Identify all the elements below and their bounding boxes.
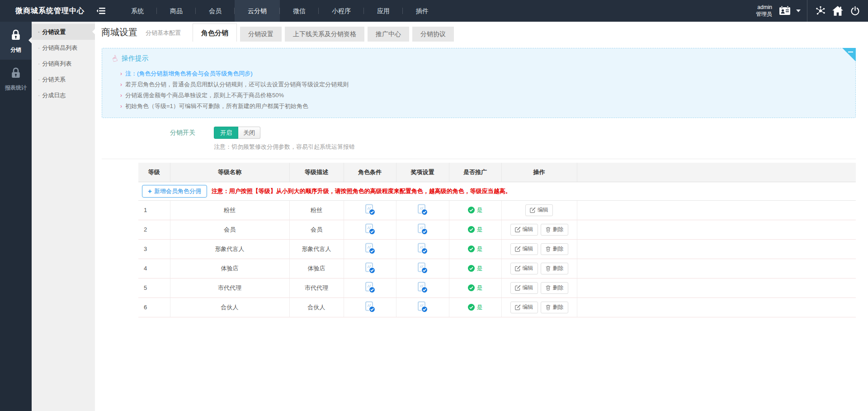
add-member-role-button[interactable]: + 新增会员角色分佣 bbox=[142, 185, 207, 198]
edit-icon bbox=[530, 207, 536, 213]
tab-分销设置[interactable]: 分销设置 bbox=[240, 27, 282, 42]
promote-cell: 是 bbox=[449, 278, 501, 298]
sidebar-item-分销商列表[interactable]: ·分销商列表 bbox=[32, 56, 95, 71]
rail-item-label: 报表统计 bbox=[0, 84, 32, 92]
role-condition-cell bbox=[344, 220, 396, 239]
role-condition-edit-check-icon[interactable] bbox=[364, 223, 376, 235]
delete-button[interactable]: 删除 bbox=[541, 263, 568, 274]
delete-icon bbox=[545, 227, 551, 232]
delete-button[interactable]: 删除 bbox=[541, 224, 568, 236]
promote-status: 是 bbox=[468, 245, 483, 253]
nav-item-小程序[interactable]: 小程序 bbox=[319, 0, 364, 22]
sidebar-item-分销设置[interactable]: ·分销设置 bbox=[32, 24, 95, 40]
check-circle-icon bbox=[468, 284, 475, 291]
empty-cell bbox=[577, 259, 856, 278]
level-name-cell: 粉丝 bbox=[170, 200, 289, 220]
level-name-cell: 市代代理 bbox=[170, 278, 289, 298]
switch-on-button[interactable]: 开启 bbox=[214, 127, 238, 139]
role-condition-edit-check-icon[interactable] bbox=[364, 281, 376, 293]
edit-button[interactable]: 编辑 bbox=[510, 282, 538, 294]
promote-status: 是 bbox=[468, 265, 483, 273]
sidebar-item-label: 分销设置 bbox=[42, 28, 66, 35]
delete-button[interactable]: 删除 bbox=[541, 282, 568, 294]
user-info[interactable]: admin 管理员 bbox=[756, 4, 772, 18]
actions-cell: 编辑删除 bbox=[501, 239, 577, 259]
edit-label: 编辑 bbox=[538, 206, 548, 214]
level-cell: 4 bbox=[138, 259, 170, 278]
promote-text: 是 bbox=[477, 284, 483, 292]
tips-list: 注：(角色分销新增角色将会与会员等级角色同步)若开启角色分销，普通会员启用默认分… bbox=[102, 68, 855, 112]
module-rail: 分销报表统计 bbox=[0, 22, 32, 411]
id-card-icon[interactable] bbox=[776, 0, 793, 22]
sidebar-item-分销关系[interactable]: ·分销关系 bbox=[32, 71, 95, 87]
reward-setting-edit-check-icon[interactable] bbox=[416, 203, 429, 216]
delete-button[interactable]: 删除 bbox=[541, 302, 568, 313]
edit-button[interactable]: 编辑 bbox=[510, 243, 538, 255]
level-name-cell: 合伙人 bbox=[170, 298, 289, 317]
level-cell: 2 bbox=[138, 220, 170, 239]
reward-setting-cell bbox=[396, 239, 449, 259]
level-desc-cell: 市代代理 bbox=[289, 278, 344, 298]
delete-button[interactable]: 删除 bbox=[541, 243, 568, 255]
tab-角色分销[interactable]: 角色分销 bbox=[193, 24, 237, 42]
role-condition-edit-check-icon[interactable] bbox=[364, 301, 376, 313]
sidebar-item-分成日志[interactable]: ·分成日志 bbox=[32, 87, 95, 103]
reward-setting-edit-check-icon[interactable] bbox=[416, 223, 429, 235]
edit-label: 编辑 bbox=[523, 303, 533, 311]
nav-item-微信[interactable]: 微信 bbox=[280, 0, 319, 22]
edit-button[interactable]: 编辑 bbox=[510, 302, 538, 313]
edit-button[interactable]: 编辑 bbox=[510, 224, 538, 236]
reward-setting-edit-check-icon[interactable] bbox=[416, 301, 429, 313]
tab-分销协议[interactable]: 分销协议 bbox=[412, 27, 454, 42]
nav-item-插件[interactable]: 插件 bbox=[403, 0, 442, 22]
delete-label: 删除 bbox=[553, 265, 564, 272]
table-row: 4体验店体验店是编辑删除 bbox=[138, 259, 856, 278]
edit-label: 编辑 bbox=[523, 226, 533, 233]
bullet-dot: · bbox=[38, 76, 40, 83]
empty-cell bbox=[577, 239, 856, 259]
tab-上下线关系及分销资格[interactable]: 上下线关系及分销资格 bbox=[285, 27, 364, 42]
home-icon[interactable] bbox=[829, 0, 846, 22]
menu-fold-icon[interactable] bbox=[96, 7, 106, 15]
nav-item-会员[interactable]: 会员 bbox=[196, 0, 235, 22]
rail-item-报表统计[interactable]: 报表统计 bbox=[0, 60, 32, 98]
edit-button[interactable]: 编辑 bbox=[525, 204, 553, 216]
nav-item-云分销[interactable]: 云分销 bbox=[235, 0, 280, 22]
power-icon[interactable] bbox=[846, 0, 863, 22]
tip-item: 初始角色（等级=1）可编辑不可删除，所有新建的用户都属于初始角色 bbox=[120, 101, 842, 112]
role-condition-edit-check-icon[interactable] bbox=[364, 262, 376, 274]
promote-cell: 是 bbox=[449, 220, 501, 239]
check-circle-icon bbox=[468, 246, 475, 252]
network-icon[interactable] bbox=[812, 0, 829, 22]
distribution-switch-row: 分销开关 开启 关闭 bbox=[95, 127, 868, 139]
level-desc-cell: 体验店 bbox=[289, 259, 344, 278]
nav-item-系统[interactable]: 系统 bbox=[118, 0, 157, 22]
table-body: 1粉丝粉丝是编辑2会员会员是编辑删除3形象代言人形象代言人是编辑删除4体验店体验… bbox=[138, 200, 856, 317]
edit-icon bbox=[515, 227, 521, 232]
sidebar-item-分销商品列表[interactable]: ·分销商品列表 bbox=[32, 40, 95, 56]
chevron-down-icon[interactable] bbox=[793, 0, 802, 22]
tab-推广中心[interactable]: 推广中心 bbox=[368, 27, 409, 42]
level-cell: 6 bbox=[138, 298, 170, 317]
delete-icon bbox=[545, 246, 551, 252]
edit-button[interactable]: 编辑 bbox=[510, 263, 538, 274]
promote-text: 是 bbox=[477, 245, 483, 253]
reward-setting-edit-check-icon[interactable] bbox=[416, 281, 429, 293]
page-title: 商城设置 bbox=[101, 26, 137, 38]
edit-label: 编辑 bbox=[523, 265, 533, 272]
level-cell: 1 bbox=[138, 200, 170, 220]
collapse-corner-button[interactable] bbox=[842, 48, 856, 61]
empty-cell bbox=[577, 298, 856, 317]
promote-status: 是 bbox=[468, 226, 483, 234]
table-header-row: 等级等级名称等级描述角色条件奖项设置是否推广操作 bbox=[138, 163, 856, 182]
delete-icon bbox=[545, 265, 551, 271]
nav-item-商品[interactable]: 商品 bbox=[157, 0, 196, 22]
nav-item-应用[interactable]: 应用 bbox=[364, 0, 403, 22]
rail-item-分销[interactable]: 分销 bbox=[0, 22, 32, 60]
reward-setting-edit-check-icon[interactable] bbox=[416, 262, 429, 274]
role-condition-edit-check-icon[interactable] bbox=[364, 203, 376, 216]
role-condition-edit-check-icon[interactable] bbox=[364, 242, 376, 255]
switch-off-button[interactable]: 关闭 bbox=[238, 127, 260, 139]
sidebar-item-label: 分成日志 bbox=[42, 92, 66, 99]
reward-setting-edit-check-icon[interactable] bbox=[416, 242, 429, 255]
